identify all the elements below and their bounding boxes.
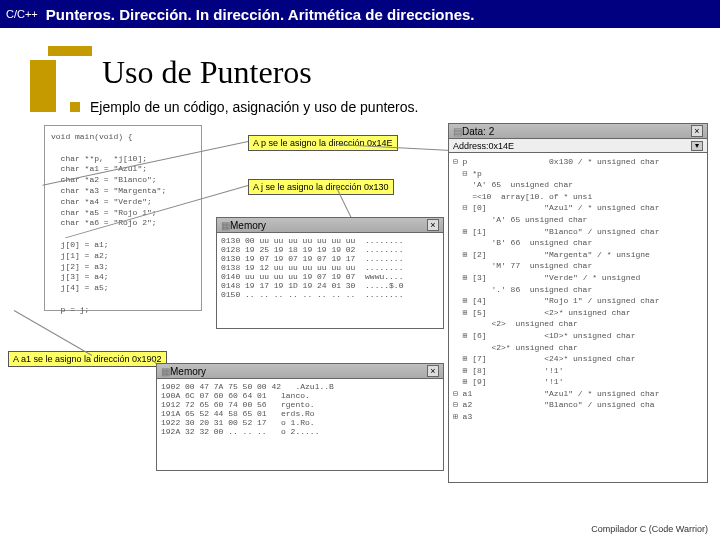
window-title: Data: 2	[462, 126, 494, 137]
memory-window-1: ▦ Memory × 0130 00 uu uu uu uu uu uu uu …	[216, 217, 444, 329]
footer-caption: Compilador C (Code Warrior)	[591, 524, 708, 534]
title-block: Uso de Punteros	[30, 46, 720, 91]
subtitle-row: Ejemplo de un código, asignación y uso d…	[70, 99, 720, 115]
close-icon[interactable]: ×	[427, 365, 439, 377]
window-title: Memory	[230, 220, 266, 231]
grid-icon: ▦	[221, 220, 230, 231]
window-title: Memory	[170, 366, 206, 377]
header-title: Punteros. Dirección. In dirección. Aritm…	[46, 6, 475, 23]
content-stage: void main(void) { char **p, *j[10]; char…	[0, 123, 720, 483]
lang-label: C/C++	[6, 8, 38, 20]
memory-dump: 1902 00 47 7A 75 50 00 42 .Azul..B 190A …	[156, 379, 444, 471]
callout-p: A p se le asigno la dirección 0x14E	[248, 135, 398, 151]
memory-dump: 0130 00 uu uu uu uu uu uu uu ........ 01…	[216, 233, 444, 329]
subtitle-text: Ejemplo de un código, asignación y uso d…	[90, 99, 418, 115]
address-bar: Address:0x14E ▾	[448, 139, 708, 153]
list-icon: ▤	[453, 126, 462, 137]
close-icon[interactable]: ×	[427, 219, 439, 231]
accent-bar-top	[48, 46, 92, 56]
dropdown-icon[interactable]: ▾	[691, 141, 703, 151]
window-titlebar: ▦ Memory ×	[216, 217, 444, 233]
variable-tree: ⊟ p 0x130 / * unsigned char ⊟ *p 'A' 65 …	[448, 153, 708, 483]
grid-icon: ▦	[161, 366, 170, 377]
code-listing: void main(void) { char **p, *j[10]; char…	[44, 125, 202, 311]
window-titlebar: ▦ Memory ×	[156, 363, 444, 379]
memory-window-2: ▦ Memory × 1902 00 47 7A 75 50 00 42 .Az…	[156, 363, 444, 471]
window-titlebar: ▤ Data: 2 ×	[448, 123, 708, 139]
slide-title: Uso de Punteros	[30, 46, 720, 91]
address-value: Address:0x14E	[453, 141, 514, 151]
callout-j: A j se le asigno la dirección 0x130	[248, 179, 394, 195]
header-bar: C/C++ Punteros. Dirección. In dirección.…	[0, 0, 720, 28]
data-inspector-window: ▤ Data: 2 × Address:0x14E ▾ ⊟ p 0x130 / …	[448, 123, 708, 471]
bullet-icon	[70, 102, 80, 112]
close-icon[interactable]: ×	[691, 125, 703, 137]
accent-bar-left	[30, 60, 56, 112]
connector-line	[14, 310, 92, 356]
